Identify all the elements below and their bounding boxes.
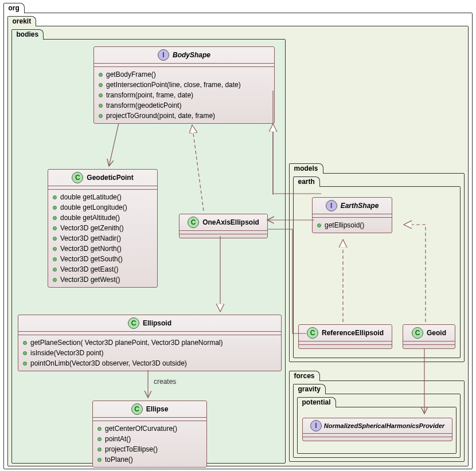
member: transform(geodeticPoint) — [99, 100, 270, 111]
class-icon: C — [72, 172, 83, 183]
class-header: C Ellipse — [93, 401, 206, 418]
member: double getAltitude() — [53, 213, 153, 223]
class-referenceellipsoid: C ReferenceEllipsoid — [298, 324, 392, 349]
class-title: BodyShape — [173, 51, 210, 59]
class-title: Geoid — [427, 329, 446, 337]
class-title: Ellipsoid — [143, 319, 171, 327]
package-label: models — [294, 164, 318, 172]
member: getIntersectionPoint(line, close, frame,… — [99, 80, 270, 90]
dot-icon — [97, 427, 102, 431]
dot-icon — [99, 83, 103, 87]
class-header: I NormalizedSphericalHarmonicsProvider — [303, 418, 452, 434]
dot-icon — [99, 104, 103, 108]
dot-icon — [53, 268, 57, 272]
package-label: earth — [298, 178, 315, 186]
package-label: potential — [302, 398, 331, 406]
member: Vector3D getSouth() — [53, 254, 153, 264]
member: projectToEllipse() — [97, 444, 202, 454]
package-tab-org: org — [3, 3, 25, 13]
member: getPlaneSection( Vector3D planePoint, Ve… — [23, 337, 276, 348]
interface-icon: I — [326, 200, 337, 211]
class-header: I BodyShape — [94, 47, 274, 64]
dot-icon — [23, 341, 27, 345]
interface-icon: I — [310, 420, 322, 431]
dot-icon — [53, 216, 57, 220]
interface-icon: I — [158, 49, 169, 61]
package-tab-models: models — [289, 163, 323, 174]
dot-icon — [53, 237, 57, 241]
class-ellipsoid: C Ellipsoid getPlaneSection( Vector3D pl… — [18, 315, 282, 371]
class-icon: C — [307, 327, 318, 339]
class-header: C OneAxisEllipsoid — [180, 214, 267, 231]
class-body: getEllipsoid() — [313, 218, 392, 233]
class-earthshape: I EarthShape getEllipsoid() — [312, 197, 392, 233]
class-title: GeodeticPoint — [87, 174, 133, 182]
class-title: Ellipse — [146, 405, 169, 413]
class-nshp: I NormalizedSphericalHarmonicsProvider — [302, 418, 452, 441]
package-gravity: gravity potential I NormalizedSphericalH… — [293, 394, 461, 458]
class-body: double getLatitude() double getLongitude… — [48, 190, 157, 287]
package-forces: forces gravity potential I NormalizedSph… — [289, 380, 465, 462]
member: getBodyFrame() — [99, 69, 270, 80]
package-potential: potential I NormalizedSphericalHarmonics… — [297, 407, 457, 454]
member: isInside(Vector3D point) — [23, 348, 276, 358]
class-ellipse: C Ellipse getCenterOfCurvature() pointAt… — [92, 401, 207, 468]
dot-icon — [317, 223, 321, 227]
dot-icon — [23, 362, 27, 366]
dot-icon — [53, 206, 57, 210]
class-oneaxisellipsoid: C OneAxisEllipsoid — [179, 214, 268, 238]
package-tab-potential: potential — [297, 397, 336, 407]
member: double getLongitude() — [53, 202, 153, 213]
package-tab-gravity: gravity — [293, 384, 326, 394]
package-tab-orekit: orekit — [7, 16, 37, 26]
package-label: orekit — [13, 17, 32, 25]
dot-icon — [53, 278, 57, 282]
dot-icon — [53, 195, 57, 199]
class-bodyshape: I BodyShape getBodyFrame() getIntersecti… — [93, 46, 275, 124]
class-geoid: C Geoid — [403, 324, 455, 349]
package-label: gravity — [298, 385, 321, 393]
dot-icon — [97, 448, 102, 452]
class-header: C Geoid — [403, 325, 455, 342]
package-org: org orekit bodies I BodyShape getBodyFra… — [3, 13, 473, 469]
class-icon: C — [412, 327, 423, 339]
member: Vector3D getNorth() — [53, 244, 153, 254]
member: getCenterOfCurvature() — [97, 423, 202, 434]
class-header: I EarthShape — [313, 198, 392, 214]
member: double getLatitude() — [53, 192, 153, 202]
class-title: NormalizedSphericalHarmonicsProvider — [324, 422, 444, 429]
package-label: forces — [294, 372, 315, 380]
member: transform(point, frame, date) — [99, 90, 270, 100]
class-header: C GeodeticPoint — [48, 170, 157, 186]
package-models: models earth I EarthShape getEllipsoid() — [289, 173, 465, 362]
class-title: EarthShape — [341, 202, 379, 210]
member: toPlane() — [97, 454, 202, 465]
dot-icon — [53, 226, 57, 230]
member: getEllipsoid() — [317, 220, 387, 230]
dot-icon — [97, 458, 102, 462]
dot-icon — [99, 93, 103, 97]
class-icon: C — [128, 317, 139, 329]
dot-icon — [53, 257, 57, 261]
member: Vector3D getNadir() — [53, 233, 153, 244]
member: pointAt() — [97, 434, 202, 444]
edge-label-creates: creates — [154, 378, 176, 386]
package-orekit: orekit bodies I BodyShape getBodyFrame()… — [7, 26, 469, 466]
member: Vector3D getWest() — [53, 274, 153, 285]
class-body: getPlaneSection( Vector3D planePoint, Ve… — [18, 335, 281, 371]
package-bodies: bodies I BodyShape getBodyFrame() getInt… — [11, 39, 286, 464]
class-icon: C — [131, 403, 143, 415]
package-label: bodies — [17, 30, 39, 38]
class-icon: C — [188, 217, 199, 228]
member: Vector3D getZenith() — [53, 223, 153, 233]
package-label: org — [9, 4, 19, 12]
class-header: C ReferenceEllipsoid — [299, 325, 392, 342]
class-title: OneAxisEllipsoid — [202, 218, 259, 226]
dot-icon — [99, 73, 103, 77]
member: projectToGround(point, date, frame) — [99, 111, 270, 121]
dot-icon — [97, 437, 102, 441]
member: pointOnLimb(Vector3D observer, Vector3D … — [23, 358, 276, 368]
dot-icon — [99, 114, 103, 118]
package-tab-earth: earth — [293, 176, 320, 187]
class-header: C Ellipsoid — [18, 315, 281, 332]
